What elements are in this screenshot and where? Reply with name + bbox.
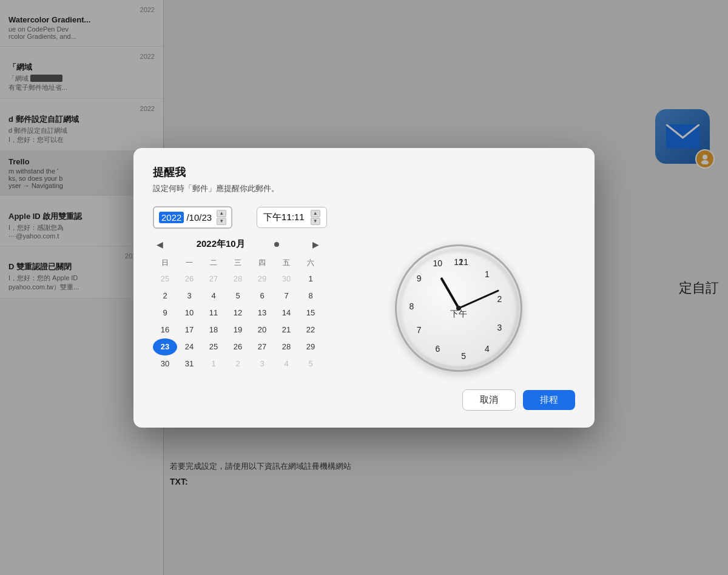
calendar-body: 2526272829301234567891011121314151617181… [153,271,323,372]
calendar: ◀ 2022年10月 ▶ 日 一 二 三 四 五 六 [153,238,323,372]
calendar-header: ◀ 2022年10月 ▶ [153,238,323,251]
calendar-day[interactable]: 3 [177,288,201,304]
calendar-day[interactable]: 7 [274,288,298,304]
calendar-month-label: 2022年10月 [197,238,245,250]
calendar-day[interactable]: 2 [153,288,177,304]
calendar-day[interactable]: 23 [153,338,177,355]
calendar-dot [274,242,279,247]
time-stepper[interactable]: ▲ ▼ [311,210,320,225]
calendar-time-row: ◀ 2022年10月 ▶ 日 一 二 三 四 五 六 [153,238,575,372]
date-stepper[interactable]: ▲ ▼ [217,210,226,225]
clock-2: 2 [497,294,502,304]
clock-1: 1 [485,269,490,279]
clock-11: 11 [459,257,468,267]
time-down-btn[interactable]: ▼ [311,218,320,225]
calendar-row: 16171819202122 [153,321,323,338]
calendar-day[interactable]: 26 [226,338,250,355]
time-up-btn[interactable]: ▲ [311,210,320,217]
calendar-day[interactable]: 16 [153,321,177,338]
calendar-weekday-row: 日 一 二 三 四 五 六 [153,255,323,271]
calendar-day[interactable]: 13 [250,304,274,321]
time-input[interactable]: 下午11:11 ▲ ▼ [257,207,327,228]
clock-9: 9 [417,274,422,283]
calendar-day[interactable]: 10 [177,304,201,321]
calendar-day[interactable]: 3 [250,355,274,372]
date-down-btn[interactable]: ▼ [217,218,226,225]
weekday-fri: 五 [274,255,298,271]
date-year: 2022 [159,212,184,223]
date-rest: /10/23 [186,212,212,223]
calendar-day[interactable]: 8 [298,288,323,304]
calendar-day[interactable]: 29 [250,271,274,288]
calendar-day[interactable]: 25 [153,271,177,288]
calendar-day[interactable]: 30 [274,271,298,288]
clock-7: 7 [417,325,422,335]
calendar-day[interactable]: 14 [274,304,298,321]
weekday-mon: 一 [177,255,201,271]
clock-face: 12 1 2 3 4 5 6 7 8 9 10 11 下午 [395,244,522,372]
next-month-btn[interactable]: ▶ [309,238,323,251]
calendar-day[interactable]: 27 [201,271,226,288]
calendar-day[interactable]: 29 [298,338,323,355]
calendar-day[interactable]: 15 [298,304,323,321]
calendar-day[interactable]: 2 [226,355,250,372]
cancel-button[interactable]: 取消 [462,389,516,411]
weekday-thu: 四 [250,255,274,271]
clock-4: 4 [485,344,490,354]
modal-title: 提醒我 [153,165,575,180]
weekday-wed: 三 [226,255,250,271]
calendar-day[interactable]: 19 [226,321,250,338]
calendar-day[interactable]: 9 [153,304,177,321]
clock-8: 8 [410,301,414,311]
weekday-sat: 六 [298,255,323,271]
reminder-modal: 提醒我 設定何時「郵件」應提醒你此郵件。 2022 /10/23 ▲ ▼ 下午1… [133,148,595,428]
time-value: 下午11:11 [263,212,305,223]
modal-buttons: 取消 排程 [153,389,575,411]
clock-area: 12 1 2 3 4 5 6 7 8 9 10 11 下午 [342,238,575,372]
clock-3: 3 [497,323,502,332]
calendar-row: 23242526272829 [153,338,323,355]
calendar-row: 2345678 [153,288,323,304]
calendar-row: 303112345 [153,355,323,372]
calendar-day[interactable]: 6 [250,288,274,304]
calendar-row: 2526272829301 [153,271,323,288]
datetime-row: 2022 /10/23 ▲ ▼ 下午11:11 ▲ ▼ [153,206,575,229]
weekday-sun: 日 [153,255,177,271]
calendar-day[interactable]: 28 [274,338,298,355]
schedule-button[interactable]: 排程 [523,390,575,410]
weekday-tue: 二 [201,255,226,271]
calendar-day[interactable]: 27 [250,338,274,355]
calendar-day[interactable]: 18 [201,321,226,338]
calendar-day[interactable]: 20 [250,321,274,338]
calendar-day[interactable]: 24 [177,338,201,355]
prev-month-btn[interactable]: ◀ [153,238,167,251]
clock-5: 5 [461,351,466,361]
calendar-day[interactable]: 26 [177,271,201,288]
date-up-btn[interactable]: ▲ [217,210,226,217]
clock-10: 10 [433,258,443,268]
date-input[interactable]: 2022 /10/23 ▲ ▼ [153,206,232,229]
clock-6: 6 [435,344,440,354]
calendar-day[interactable]: 5 [226,288,250,304]
calendar-day[interactable]: 22 [298,321,323,338]
calendar-day[interactable]: 4 [274,355,298,372]
calendar-day[interactable]: 1 [201,355,226,372]
calendar-day[interactable]: 4 [201,288,226,304]
calendar-day[interactable]: 12 [226,304,250,321]
clock-center-dot [456,306,461,311]
calendar-day[interactable]: 21 [274,321,298,338]
calendar-day[interactable]: 25 [201,338,226,355]
calendar-row: 9101112131415 [153,304,323,321]
calendar-day[interactable]: 31 [177,355,201,372]
calendar-day[interactable]: 11 [201,304,226,321]
calendar-day[interactable]: 28 [226,271,250,288]
calendar-grid: 日 一 二 三 四 五 六 25262728293012345678910111… [153,255,323,372]
modal-subtitle: 設定何時「郵件」應提醒你此郵件。 [153,183,575,194]
calendar-day[interactable]: 1 [298,271,323,288]
calendar-day[interactable]: 30 [153,355,177,372]
calendar-day[interactable]: 5 [298,355,323,372]
calendar-day[interactable]: 17 [177,321,201,338]
modal-overlay: 提醒我 設定何時「郵件」應提醒你此郵件。 2022 /10/23 ▲ ▼ 下午1… [0,0,728,575]
